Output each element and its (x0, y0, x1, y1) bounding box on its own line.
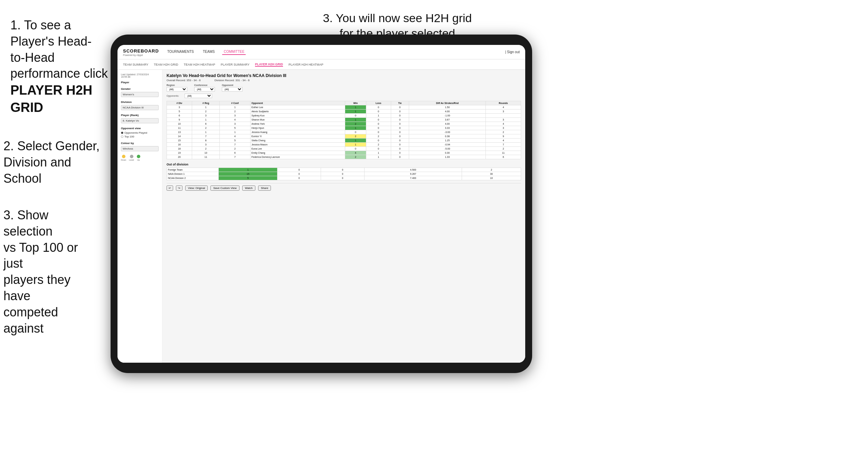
sub-nav-team-h2h-heatmap[interactable]: TEAM H2H HEATMAP (184, 63, 215, 66)
out-of-division-table: Foreign Team 1 0 0 4.500 2 NAIA Division… (167, 168, 521, 180)
cell-rounds: 4 (486, 122, 521, 126)
opponent-view-section: Opponent view Opponents Played Top 100 (121, 127, 159, 138)
table-row: 9 1 4 Sharon Mun 1 0 0 3.67 3 (167, 118, 521, 122)
radio-opponents-played[interactable]: Opponents Played (121, 131, 159, 134)
opponents-filter-select[interactable]: (All) (185, 94, 212, 98)
logo-sub: Powered by clippd (123, 54, 160, 56)
legend-level: Level (129, 155, 134, 161)
conference-select[interactable]: (All) (194, 87, 215, 92)
division-select[interactable]: NCAA Division III (121, 105, 159, 110)
cell-loss: 0 (366, 105, 391, 109)
table-row: 10 6 3 Andrea York 2 0 0 4.00 4 (167, 122, 521, 126)
cell-rounds: 2 (486, 130, 521, 134)
sub-nav-player-summary[interactable]: PLAYER SUMMARY (221, 63, 249, 66)
col-conf: # Conf (220, 101, 251, 105)
cell-tie: 0 (391, 147, 409, 151)
cell-conf: 5 (220, 126, 251, 130)
opponent-select[interactable]: (All) (222, 87, 243, 92)
ood-table-row: NAIA Division 1 15 0 0 9.267 30 (167, 172, 521, 176)
cell-diff: 1.50 (409, 105, 485, 109)
col-div: # Div (167, 101, 192, 105)
cell-diff: 3.67 (409, 118, 485, 122)
table-row: 11 2 5 Heejo Hyun 1 0 0 3.33 3 (167, 126, 521, 130)
cell-diff: 0.38 (409, 134, 485, 139)
cell-loss: 0 (366, 118, 391, 122)
table-row: 16 3 7 Jessica Mason 1 2 0 -0.94 7 (167, 143, 521, 147)
cell-conf: 5 (220, 139, 251, 143)
player-rank-select[interactable]: 8. Katelyn Vo (121, 118, 159, 123)
opponent-view-label: Opponent view (121, 127, 159, 130)
cell-div: 13 (167, 130, 192, 134)
cell-div: 3 (167, 105, 192, 109)
legend-up: Up (137, 155, 140, 161)
cell-win: 2 (345, 134, 366, 139)
cell-reg: 2 (192, 126, 220, 130)
cell-rounds (486, 114, 521, 118)
cell-conf: 4 (220, 134, 251, 139)
cell-rounds: 4 (486, 105, 521, 109)
cell-win: 0 (345, 114, 366, 118)
radio-top100[interactable]: Top 100 (121, 135, 159, 138)
watch-button[interactable]: Watch (242, 185, 255, 191)
colour-by-select[interactable]: Win/loss (121, 146, 159, 151)
cell-rounds: 3 (486, 118, 521, 122)
cell-opponent: Emily Chang (250, 151, 345, 155)
cell-loss: 1 (366, 151, 391, 155)
sub-nav: TEAM SUMMARY TEAM H2H GRID TEAM H2H HEAT… (117, 59, 525, 70)
division-record: Division Record: 331 - 34 - 6 (215, 79, 249, 82)
sub-nav-team-summary[interactable]: TEAM SUMMARY (123, 63, 148, 66)
cell-rounds: 11 (486, 151, 521, 155)
cell-reg: 7 (192, 134, 220, 139)
player-rank-label: Player (Rank) (121, 114, 159, 117)
cell-conf: 2 (220, 147, 251, 151)
col-tie: Tie (391, 101, 409, 105)
division-section: Division NCAA Division III (121, 101, 159, 110)
table-row: 20 11 7 Federica Domecq Lacroze 2 1 0 1.… (167, 155, 521, 159)
nav-tournaments[interactable]: TOURNAMENTS (166, 49, 195, 55)
sign-out[interactable]: | Sign out (505, 50, 520, 54)
cell-tie: 0 (391, 139, 409, 143)
instruction-2: 2. Select Gender, Division and School (3, 138, 100, 187)
cell-conf: 7 (220, 143, 251, 147)
sub-nav-team-h2h-grid[interactable]: TEAM H2H GRID (154, 63, 178, 66)
redo-button[interactable]: ↪ (176, 185, 182, 191)
save-custom-view-button[interactable]: Save Custom View (210, 185, 239, 191)
cell-div: 6 (167, 114, 192, 118)
cell-tie: 0 (391, 143, 409, 147)
view-original-button[interactable]: View: Original (185, 185, 208, 191)
col-reg: # Reg (192, 101, 220, 105)
cell-reg: 1 (192, 130, 220, 134)
instruction-1: 1. To see a Player's Head- to-Head perfo… (10, 17, 111, 116)
ood-tie: 0 (321, 172, 365, 176)
cell-tie: 0 (391, 105, 409, 109)
cell-div: 15 (167, 139, 192, 143)
main-content: Last Updated: 27/03/2024 16:55:38 Player… (117, 70, 525, 363)
sub-nav-player-h2h-grid[interactable]: PLAYER H2H GRID (255, 63, 283, 67)
colour-by-section: Colour by Win/loss (121, 142, 159, 151)
cell-opponent: Andrea York (250, 122, 345, 126)
cell-reg: 3 (192, 143, 220, 147)
share-button[interactable]: Share (258, 185, 271, 191)
cell-tie: 0 (391, 134, 409, 139)
cell-opponent: Eunice Yi (250, 134, 345, 139)
sub-nav-player-h2h-heatmap[interactable]: PLAYER H2H HEATMAP (289, 63, 323, 66)
cell-tie: 0 (391, 122, 409, 126)
col-rounds: Rounds (486, 101, 521, 105)
nav-teams[interactable]: TEAMS (201, 49, 216, 55)
opponents-label-row: Opponents: (All) (167, 94, 521, 98)
cell-conf: 6 (220, 151, 251, 155)
cell-loss: 2 (366, 134, 391, 139)
division-label: Division (121, 101, 159, 104)
cell-reg: 2 (192, 147, 220, 151)
cell-tie: 0 (391, 130, 409, 134)
cell-win: 0 (345, 130, 366, 134)
nav-committee[interactable]: COMMITTEE (222, 49, 246, 55)
cell-div: 10 (167, 122, 192, 126)
cell-reg: 10 (192, 151, 220, 155)
cell-win: 0 (345, 147, 366, 151)
cell-conf: 3 (220, 114, 251, 118)
region-select[interactable]: (All) (167, 87, 187, 92)
colour-legend: Down Level Up (121, 155, 159, 161)
gender-select[interactable]: Women's (121, 92, 159, 97)
undo-button[interactable]: ↩ (167, 185, 173, 191)
